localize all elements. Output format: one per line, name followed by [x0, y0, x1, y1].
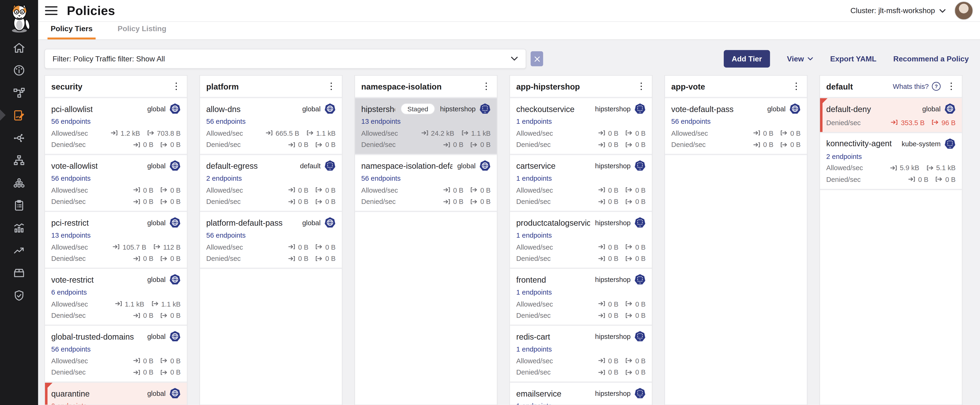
policy-name[interactable]: global-trusted-domains [51, 332, 134, 341]
sidebar-item-threat-defense[interactable] [0, 284, 38, 306]
sidebar-item-trends[interactable] [0, 239, 38, 261]
clear-filter-button[interactable] [531, 51, 543, 66]
endpoints-link[interactable]: 1 endpoints [516, 231, 552, 239]
endpoints-link[interactable]: 1 endpoints [516, 345, 552, 353]
policy-name[interactable]: default-deny [826, 104, 871, 113]
policy-card[interactable]: vote-allowlist global 56 endpoints Allow… [45, 155, 187, 212]
tier-menu-button[interactable] [637, 80, 646, 92]
export-yaml-button[interactable]: Export YAML [830, 54, 877, 63]
add-tier-button[interactable]: Add Tier [724, 50, 770, 67]
outbound-arrow-icon [147, 129, 154, 136]
tier-menu-button[interactable] [327, 80, 336, 92]
policy-name[interactable]: vote-default-pass [671, 104, 733, 113]
tier-menu-button[interactable] [947, 80, 956, 92]
policy-card[interactable]: default-egress default ns 2 endpoints Al… [200, 155, 342, 212]
sidebar-item-dashboard[interactable] [0, 59, 38, 81]
policy-card[interactable]: global-trusted-domains global 56 endpoin… [45, 326, 187, 383]
svg-text:ns: ns [639, 168, 641, 170]
tier-header: default Whats this? ? [820, 76, 962, 98]
menu-hamburger-button[interactable] [45, 6, 57, 15]
policy-name[interactable]: frontend [516, 275, 546, 284]
tier-menu-button[interactable] [172, 80, 181, 92]
inbound-arrow-icon [891, 119, 899, 126]
policy-card[interactable]: vote-default-pass global 56 endpoints Al… [665, 98, 807, 155]
endpoints-link[interactable]: 2 endpoints [826, 152, 862, 160]
policy-card[interactable]: pci-allowlist global 56 endpoints Allowe… [45, 98, 187, 155]
policy-card[interactable]: pci-restrict global 13 endpoints Allowed… [45, 212, 187, 269]
policy-name[interactable]: namespace-isolation-default-p... [361, 161, 452, 171]
endpoints-link[interactable]: 2 endpoints [206, 174, 242, 182]
endpoints-link[interactable]: 1 endpoints [516, 288, 552, 296]
tier-help-link[interactable]: Whats this? ? [893, 82, 941, 91]
sidebar-item-activity[interactable] [0, 216, 38, 239]
endpoints-link[interactable]: 6 endpoints [51, 288, 87, 296]
policy-name[interactable]: hipstershop-gh... [361, 104, 395, 113]
sidebar-item-infrastructure[interactable] [0, 149, 38, 171]
policy-card[interactable]: checkoutservice hipstershop ns 1 endpoin… [510, 98, 652, 155]
endpoints-link[interactable]: 13 endpoints [361, 118, 401, 125]
policy-card-top: emailservice hipstershop ns [516, 387, 646, 399]
endpoints-link[interactable]: 56 endpoints [51, 118, 91, 125]
sidebar-item-network-sets[interactable] [0, 126, 38, 149]
policy-name[interactable]: pci-allowlist [51, 104, 93, 113]
view-dropdown-button[interactable]: View [787, 54, 813, 63]
policy-name[interactable]: default-egress [206, 161, 258, 171]
tier-menu-button[interactable] [792, 80, 800, 92]
sidebar-item-image-assurance[interactable] [0, 261, 38, 284]
policy-card[interactable]: default-deny global Denied/sec 353.5 [820, 98, 962, 133]
stat-out-value: 0 B [325, 186, 336, 194]
policy-name[interactable]: quarantine [51, 389, 90, 398]
policy-card[interactable]: emailservice hipstershop ns 1 endpoints … [510, 383, 652, 405]
recommend-policy-button[interactable]: Recommend a Policy [893, 54, 969, 63]
gauge-icon [13, 64, 25, 77]
sidebar-item-clusters[interactable] [0, 171, 38, 194]
policy-name[interactable]: cartservice [516, 161, 555, 171]
policy-name[interactable]: vote-allowlist [51, 161, 98, 171]
tier-menu-button[interactable] [482, 80, 490, 92]
policy-traffic-filter[interactable]: Filter: Policy Traffic filter: Show All [44, 49, 526, 69]
policy-name[interactable]: platform-default-pass [206, 218, 283, 227]
endpoints-link[interactable]: 0 endpoints [51, 402, 87, 405]
cluster-selector[interactable]: Cluster: jlt-msft-workshop [851, 6, 946, 15]
outbound-stat: 0 B [315, 186, 336, 194]
endpoints-link[interactable]: 56 endpoints [671, 118, 711, 125]
endpoints-link[interactable]: 1 endpoints [516, 402, 552, 405]
outbound-arrow-icon [625, 243, 633, 250]
policy-card[interactable]: konnectivity-agent kube-system ns 2 endp… [820, 133, 962, 190]
policy-card[interactable]: allow-dns global 56 endpoints Allowed/se… [200, 98, 342, 155]
policy-name[interactable]: vote-restrict [51, 275, 94, 284]
endpoints-link[interactable]: 56 endpoints [361, 174, 401, 182]
user-avatar[interactable] [955, 1, 973, 20]
global-scope-icon [169, 387, 181, 399]
policy-name[interactable]: redis-cart [516, 332, 550, 341]
policy-name[interactable]: productcatalogservice [516, 218, 590, 227]
tab-policy-listing[interactable]: Policy Listing [115, 24, 170, 39]
sidebar-item-home[interactable] [0, 36, 38, 59]
endpoints-link[interactable]: 56 endpoints [51, 174, 91, 182]
sidebar-item-compliance[interactable] [0, 194, 38, 216]
endpoints-link[interactable]: 56 endpoints [51, 345, 91, 353]
policy-card[interactable]: redis-cart hipstershop ns 1 endpoints Al… [510, 326, 652, 383]
endpoints-link[interactable]: 1 endpoints [516, 174, 552, 182]
endpoints-link[interactable]: 56 endpoints [206, 118, 246, 125]
policy-card[interactable]: cartservice hipstershop ns 1 endpoints A… [510, 155, 652, 212]
policy-card[interactable]: namespace-isolation-default-p... global … [355, 155, 497, 212]
policy-card[interactable]: productcatalogservice hipstershop ns 1 e… [510, 212, 652, 269]
tab-policy-tiers[interactable]: Policy Tiers [48, 24, 96, 39]
stat-in-value: 0 B [298, 243, 309, 250]
sidebar-item-service-graph[interactable] [0, 81, 38, 104]
policy-name[interactable]: emailservice [516, 389, 562, 398]
policy-name[interactable]: allow-dns [206, 104, 241, 113]
policy-card[interactable]: vote-restrict global 6 endpoints Allowed… [45, 269, 187, 326]
policy-card[interactable]: hipstershop-gh... Staged hipstershop ns … [355, 98, 497, 155]
policy-card[interactable]: quarantine global 0 endpoints [45, 383, 187, 405]
endpoints-link[interactable]: 56 endpoints [206, 231, 246, 239]
policy-name[interactable]: checkoutservice [516, 104, 574, 113]
policy-card[interactable]: frontend hipstershop ns 1 endpoints Allo… [510, 269, 652, 326]
sidebar-item-policies[interactable] [0, 104, 38, 126]
endpoints-link[interactable]: 1 endpoints [516, 118, 552, 125]
policy-name[interactable]: pci-restrict [51, 218, 89, 227]
policy-name[interactable]: konnectivity-agent [826, 139, 892, 148]
policy-card[interactable]: platform-default-pass global 56 endpoint… [200, 212, 342, 269]
endpoints-link[interactable]: 13 endpoints [51, 231, 91, 239]
